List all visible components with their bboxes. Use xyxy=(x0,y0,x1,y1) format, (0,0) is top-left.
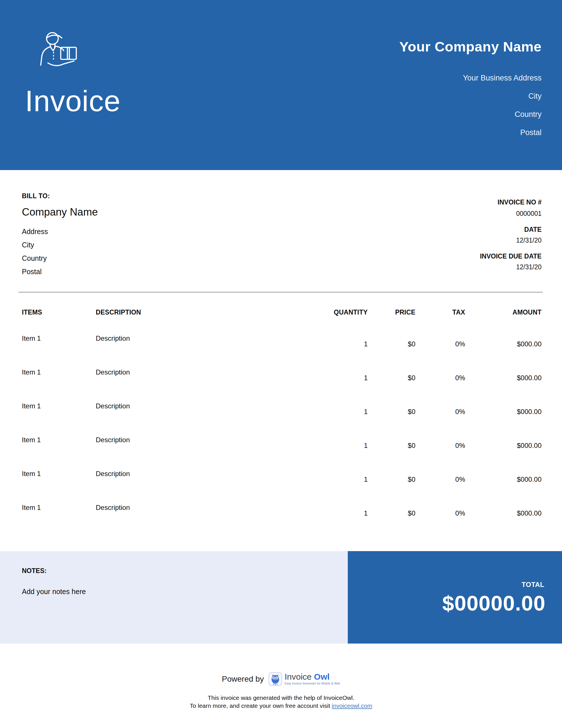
bill-to-address-line: City xyxy=(22,238,98,252)
items-table: ITEMS DESCRIPTION QUANTITY PRICE TAX AMO… xyxy=(22,309,542,537)
cell-amount: $000.00 xyxy=(465,470,542,504)
cell-tax: 0% xyxy=(415,368,465,402)
powered-by-text: Powered by xyxy=(222,675,264,684)
invoiceowl-logo-name: Invoice Owl xyxy=(285,672,340,681)
cell-description: Description xyxy=(96,402,322,436)
total-amount: $00000.00 xyxy=(442,591,546,615)
cell-description: Description xyxy=(96,334,322,368)
invoiceowl-owl-icon xyxy=(269,672,282,686)
cell-quantity: 1 xyxy=(322,436,368,470)
bill-to-company: Company Name xyxy=(22,206,98,218)
cell-price: $0 xyxy=(368,368,415,402)
table-row: Item 1 Description 1 $0 0% $000.00 xyxy=(22,334,542,368)
notes-text: Add your notes here xyxy=(22,588,86,596)
cell-description: Description xyxy=(96,436,322,470)
notes-panel: NOTES: Add your notes here xyxy=(0,551,348,644)
column-header-price: PRICE xyxy=(368,309,415,316)
company-name: Your Company Name xyxy=(399,39,542,55)
company-address-line: Country xyxy=(399,105,542,123)
bill-to-address-line: Postal xyxy=(22,265,98,278)
column-header-items: ITEMS xyxy=(22,309,96,316)
invoice-due-date-label: INVOICE DUE DATE xyxy=(480,253,542,260)
invoice-page: Invoice Your Company Name Your Business … xyxy=(0,0,562,728)
header-banner: Invoice Your Company Name Your Business … xyxy=(0,0,562,170)
table-header-row: ITEMS DESCRIPTION QUANTITY PRICE TAX AMO… xyxy=(22,309,542,316)
footer-line-2-text: To learn more, and create your own free … xyxy=(190,702,332,709)
company-address-line: Postal xyxy=(399,123,542,142)
table-body: Item 1 Description 1 $0 0% $000.00 Item … xyxy=(22,334,542,537)
cell-price: $0 xyxy=(368,504,415,537)
cell-quantity: 1 xyxy=(322,334,368,368)
company-address-line: Your Business Address xyxy=(399,69,542,87)
cell-item: Item 1 xyxy=(22,436,96,470)
company-block: Your Company Name Your Business Address … xyxy=(399,39,542,142)
section-divider xyxy=(18,292,543,293)
column-header-quantity: QUANTITY xyxy=(322,309,368,316)
cell-item: Item 1 xyxy=(22,334,96,368)
invoice-date-value: 12/31/20 xyxy=(480,237,542,244)
powered-by-row: Powered by Invoice Owl Easy Invoice Ge xyxy=(0,672,562,686)
cell-description: Description xyxy=(96,368,322,402)
delivery-person-icon xyxy=(36,30,78,67)
invoice-number-value: 0000001 xyxy=(480,210,542,217)
column-header-tax: TAX xyxy=(415,309,465,316)
invoiceowl-logo-text: Invoice Owl Easy Invoice Generator for M… xyxy=(285,672,340,685)
bill-to-label: BILL TO: xyxy=(22,192,98,200)
bill-to-address-line: Country xyxy=(22,252,98,265)
footer-line-2: To learn more, and create your own free … xyxy=(0,702,562,709)
cell-quantity: 1 xyxy=(322,368,368,402)
cell-item: Item 1 xyxy=(22,402,96,436)
cell-amount: $000.00 xyxy=(465,402,542,436)
cell-amount: $000.00 xyxy=(465,436,542,470)
invoiceowl-logo: Invoice Owl Easy Invoice Generator for M… xyxy=(269,672,340,686)
cell-quantity: 1 xyxy=(322,470,368,504)
cell-amount: $000.00 xyxy=(465,504,542,537)
cell-item: Item 1 xyxy=(22,504,96,537)
page-title: Invoice xyxy=(25,84,121,118)
footer-line-1: This invoice was generated with the help… xyxy=(0,694,562,701)
cell-description: Description xyxy=(96,504,322,537)
cell-description: Description xyxy=(96,470,322,504)
cell-item: Item 1 xyxy=(22,470,96,504)
cell-tax: 0% xyxy=(415,504,465,537)
invoice-meta-block: INVOICE NO # 0000001 DATE 12/31/20 INVOI… xyxy=(480,198,542,271)
column-header-description: DESCRIPTION xyxy=(96,309,322,316)
cell-tax: 0% xyxy=(415,436,465,470)
bill-to-address-line: Address xyxy=(22,225,98,238)
table-row: Item 1 Description 1 $0 0% $000.00 xyxy=(22,368,542,402)
table-row: Item 1 Description 1 $0 0% $000.00 xyxy=(22,470,542,504)
cell-price: $0 xyxy=(368,436,415,470)
table-row: Item 1 Description 1 $0 0% $000.00 xyxy=(22,504,542,537)
invoice-date-label: DATE xyxy=(480,226,542,233)
logo-word-owl: Owl xyxy=(314,672,329,681)
cell-quantity: 1 xyxy=(322,402,368,436)
invoiceowl-logo-tagline: Easy Invoice Generator for Mobile & Web xyxy=(285,682,340,685)
total-panel: TOTAL $00000.00 xyxy=(348,551,562,644)
bill-to-address: Address City Country Postal xyxy=(22,225,98,278)
total-label: TOTAL xyxy=(522,581,544,589)
cell-price: $0 xyxy=(368,334,415,368)
cell-price: $0 xyxy=(368,470,415,504)
cell-price: $0 xyxy=(368,402,415,436)
bill-to-block: BILL TO: Company Name Address City Count… xyxy=(22,192,98,278)
invoiceowl-link[interactable]: invoiceowl.com xyxy=(332,702,372,709)
company-address-line: City xyxy=(399,87,542,105)
cell-amount: $000.00 xyxy=(465,368,542,402)
cell-tax: 0% xyxy=(415,334,465,368)
notes-total-band: NOTES: Add your notes here TOTAL $00000.… xyxy=(0,551,562,644)
company-address: Your Business Address City Country Posta… xyxy=(399,69,542,142)
cell-tax: 0% xyxy=(415,402,465,436)
logo-word-invoice: Invoice xyxy=(285,672,312,681)
column-header-amount: AMOUNT xyxy=(465,309,542,316)
cell-quantity: 1 xyxy=(322,504,368,537)
table-row: Item 1 Description 1 $0 0% $000.00 xyxy=(22,402,542,436)
cell-amount: $000.00 xyxy=(465,334,542,368)
invoice-number-label: INVOICE NO # xyxy=(480,198,542,206)
notes-label: NOTES: xyxy=(22,567,47,575)
cell-tax: 0% xyxy=(415,470,465,504)
invoice-due-date-value: 12/31/20 xyxy=(480,263,542,271)
cell-item: Item 1 xyxy=(22,368,96,402)
table-row: Item 1 Description 1 $0 0% $000.00 xyxy=(22,436,542,470)
